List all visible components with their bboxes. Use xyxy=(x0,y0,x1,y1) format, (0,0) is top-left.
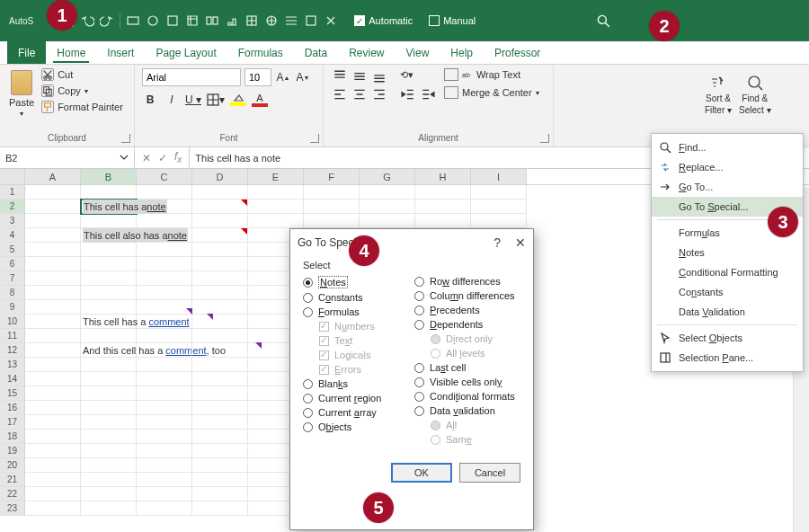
cell[interactable] xyxy=(137,501,192,516)
row-header[interactable]: 16 xyxy=(0,401,25,415)
radio-objects[interactable]: Objects xyxy=(303,421,409,432)
cell[interactable]: This cell also has a note xyxy=(81,228,137,243)
row-header[interactable]: 20 xyxy=(0,458,25,473)
cell[interactable] xyxy=(25,271,81,286)
cell[interactable] xyxy=(81,415,137,430)
cell[interactable] xyxy=(25,286,81,300)
menu-replace[interactable]: Replace... xyxy=(652,157,803,177)
cell[interactable] xyxy=(192,473,248,487)
row-header[interactable]: 23 xyxy=(0,501,25,516)
col-header[interactable]: E xyxy=(248,169,304,184)
cell[interactable] xyxy=(81,487,137,501)
row-header[interactable]: 17 xyxy=(0,415,25,430)
cancel-button[interactable]: Cancel xyxy=(459,463,520,483)
cell[interactable] xyxy=(471,185,527,200)
cell[interactable] xyxy=(81,185,137,200)
cell[interactable] xyxy=(192,415,248,430)
menu-goto[interactable]: Go To... xyxy=(652,177,803,197)
cell[interactable] xyxy=(137,444,192,458)
cell[interactable] xyxy=(81,358,137,372)
cell[interactable] xyxy=(192,430,248,444)
cell[interactable] xyxy=(415,200,471,214)
cell[interactable] xyxy=(137,358,192,372)
dialog-launcher-icon[interactable] xyxy=(310,134,319,143)
radio-current-array[interactable]: Current array xyxy=(303,407,409,418)
fx-icon[interactable]: fx xyxy=(174,150,182,164)
cell[interactable] xyxy=(192,200,248,214)
menu-selection-pane[interactable]: Selection Pane... xyxy=(652,348,803,368)
cell[interactable] xyxy=(81,501,137,516)
menu-constants[interactable]: Constants xyxy=(652,282,803,302)
cell[interactable] xyxy=(25,300,81,315)
qat-icon[interactable] xyxy=(126,13,140,28)
cell[interactable] xyxy=(192,358,248,372)
menu-select-objects[interactable]: Select Objects xyxy=(652,328,803,348)
col-header[interactable]: F xyxy=(304,169,360,184)
redo-icon[interactable] xyxy=(100,13,114,28)
borders-button[interactable]: ▾ xyxy=(207,92,225,108)
dialog-launcher-icon[interactable] xyxy=(540,134,549,143)
bold-button[interactable]: B xyxy=(142,92,158,108)
cell[interactable] xyxy=(471,200,527,214)
row-header[interactable]: 12 xyxy=(0,343,25,358)
cell[interactable] xyxy=(192,501,248,516)
cell[interactable] xyxy=(192,243,248,257)
cell[interactable] xyxy=(25,444,81,458)
cell[interactable] xyxy=(137,271,192,286)
cell[interactable] xyxy=(81,300,137,315)
row-header[interactable]: 22 xyxy=(0,487,25,501)
row-header[interactable]: 11 xyxy=(0,329,25,343)
col-header[interactable]: G xyxy=(360,169,415,184)
cell[interactable] xyxy=(25,501,81,516)
radio-row-differences[interactable]: Row differences xyxy=(414,276,520,287)
cell[interactable] xyxy=(137,430,192,444)
calc-automatic-checkbox[interactable]: ✓ Automatic xyxy=(354,15,413,26)
font-color-button[interactable]: A xyxy=(252,92,268,108)
tab-data[interactable]: Data xyxy=(294,41,338,64)
col-header[interactable]: B xyxy=(81,169,137,184)
row-header[interactable]: 3 xyxy=(0,214,25,228)
align-middle-button[interactable] xyxy=(351,68,367,83)
align-center-button[interactable] xyxy=(351,86,367,101)
row-header[interactable]: 13 xyxy=(0,358,25,372)
copy-button[interactable]: Copy▾ xyxy=(41,84,123,97)
radio-last-cell[interactable]: Last cell xyxy=(414,362,520,373)
cell[interactable] xyxy=(192,343,248,358)
cell[interactable] xyxy=(248,214,304,228)
fill-color-button[interactable] xyxy=(230,92,246,108)
col-header[interactable]: D xyxy=(192,169,248,184)
cell[interactable] xyxy=(415,185,471,200)
ok-button[interactable]: OK xyxy=(391,463,452,483)
cell[interactable] xyxy=(137,415,192,430)
qat-icon[interactable] xyxy=(225,13,239,28)
align-right-button[interactable] xyxy=(370,86,387,101)
align-left-button[interactable] xyxy=(331,86,347,101)
enter-formula-icon[interactable]: ✓ xyxy=(158,152,167,164)
cell[interactable] xyxy=(137,487,192,501)
cell[interactable] xyxy=(415,214,471,228)
cell[interactable] xyxy=(192,487,248,501)
tab-file[interactable]: File xyxy=(7,41,46,64)
cell[interactable] xyxy=(25,200,81,214)
row-header[interactable]: 10 xyxy=(0,315,25,329)
close-icon[interactable]: ✕ xyxy=(515,235,526,250)
cell[interactable] xyxy=(81,214,137,228)
cell[interactable] xyxy=(192,329,248,343)
name-box[interactable]: B2 xyxy=(0,147,135,168)
cell[interactable] xyxy=(137,300,192,315)
cell[interactable] xyxy=(81,271,137,286)
cell[interactable] xyxy=(137,372,192,386)
qat-icon[interactable] xyxy=(324,13,338,28)
cell[interactable] xyxy=(192,271,248,286)
chevron-down-icon[interactable] xyxy=(118,151,130,164)
cell[interactable] xyxy=(25,315,81,329)
cell[interactable] xyxy=(25,430,81,444)
cell[interactable] xyxy=(137,257,192,271)
cell[interactable] xyxy=(192,300,248,315)
cell[interactable]: This cell has a comment xyxy=(81,315,137,329)
tab-help[interactable]: Help xyxy=(440,41,484,64)
qat-icon[interactable] xyxy=(284,13,298,28)
cell[interactable] xyxy=(81,372,137,386)
cell[interactable] xyxy=(360,200,415,214)
shrink-font-button[interactable]: A▼ xyxy=(295,69,311,85)
